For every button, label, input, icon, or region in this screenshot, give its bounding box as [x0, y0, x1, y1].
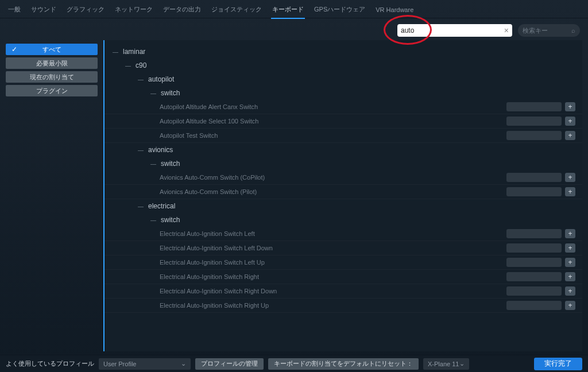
tab-8[interactable]: VR Hardware [374, 4, 415, 18]
sidebar-item-2[interactable]: 現在の割り当て [6, 71, 98, 83]
add-binding-button[interactable]: + [565, 131, 575, 140]
command-label: Electrical Auto-Ignition Switch Left Up [160, 259, 265, 266]
command-row: Avionics Auto-Comm Switch (CoPilot)+ [105, 170, 582, 185]
command-row: Autopilot Altitude Select 100 Switch+ [105, 114, 582, 129]
command-row: Electrical Auto-Ignition Switch Right Up… [105, 299, 582, 313]
reset-target-select[interactable]: X-Plane 11 ⌄ [423, 358, 469, 370]
collapse-icon: — [150, 90, 156, 96]
tree-group-electrical[interactable]: —electrical [105, 202, 582, 210]
command-row: Avionics Auto-Comm Switch (Pilot)+ [105, 185, 582, 199]
tab-1[interactable]: サウンド [30, 3, 57, 18]
add-binding-button[interactable]: + [565, 117, 575, 126]
binding-slot[interactable] [506, 258, 562, 267]
reset-target-value: X-Plane 11 [428, 361, 459, 367]
branch-label: switch [161, 160, 180, 168]
tree-sub-avionics[interactable]: —switch [105, 160, 582, 168]
command-tree-panel: —laminar—c90—autopilot—switchAutopilot A… [103, 40, 582, 351]
tab-2[interactable]: グラフィック [65, 3, 106, 18]
branch-label: autopilot [148, 75, 174, 83]
sidebar-item-label: すべて [42, 45, 61, 54]
add-binding-button[interactable]: + [565, 301, 575, 310]
command-label: Electrical Auto-Ignition Switch Right Do… [160, 288, 277, 294]
branch-label: switch [161, 216, 180, 224]
command-row: Electrical Auto-Ignition Switch Left+ [105, 227, 582, 241]
binding-slot[interactable] [506, 173, 562, 182]
add-binding-button[interactable]: + [565, 229, 575, 238]
binding-slot[interactable] [506, 286, 562, 296]
clear-search-icon[interactable]: × [504, 26, 509, 35]
branch-label: avionics [148, 146, 173, 154]
profile-select[interactable]: User Profile ⌄ [99, 358, 191, 370]
chevron-down-icon: ⌄ [459, 360, 465, 367]
binding-slot[interactable] [506, 272, 562, 281]
add-binding-button[interactable]: + [565, 258, 575, 267]
branch-label: laminar [123, 48, 145, 56]
command-row: Autopilot Altitude Alert Canx Switch+ [105, 100, 582, 114]
collapse-icon: — [113, 49, 118, 55]
add-binding-button[interactable]: + [565, 187, 575, 196]
command-label: Avionics Auto-Comm Switch (Pilot) [160, 188, 257, 195]
tree-sub-autopilot[interactable]: —switch [105, 89, 582, 97]
tab-7[interactable]: GPSハードウェア [313, 3, 366, 18]
tree-child[interactable]: —c90 [105, 61, 582, 69]
add-binding-button[interactable]: + [565, 102, 575, 111]
command-tree[interactable]: —laminar—c90—autopilot—switchAutopilot A… [105, 40, 582, 351]
tab-0[interactable]: 一般 [7, 3, 22, 18]
sidebar-item-label: 必要最小限 [36, 59, 68, 68]
manage-profile-button[interactable]: プロフィールの管理 [195, 358, 264, 370]
command-label: Electrical Auto-Ignition Switch Right [160, 273, 259, 280]
collapse-icon: — [138, 147, 144, 153]
sidebar-item-label: 現在の割り当て [30, 73, 74, 82]
command-label: Electrical Auto-Ignition Switch Right Up [160, 302, 269, 309]
command-label: Autopilot Test Switch [160, 132, 218, 139]
profile-select-value: User Profile [103, 361, 136, 367]
check-icon: ✓ [11, 45, 17, 53]
branch-label: electrical [148, 202, 175, 210]
footer-bar: よく使用しているプロフィール User Profile ⌄ プロフィールの管理 … [0, 355, 588, 372]
command-label: Autopilot Altitude Alert Canx Switch [160, 103, 258, 110]
tree-group-avionics[interactable]: —avionics [105, 146, 582, 154]
tab-5[interactable]: ジョイスティック [210, 3, 263, 18]
command-label: Avionics Auto-Comm Switch (CoPilot) [160, 174, 265, 181]
search-row: × 検索キー ⌕ [0, 18, 588, 40]
collapse-icon: — [125, 63, 131, 69]
binding-slot[interactable] [506, 117, 562, 126]
binding-slot[interactable] [506, 187, 562, 196]
key-search-placeholder: 検索キー [523, 26, 548, 35]
binding-slot[interactable] [506, 301, 562, 310]
key-search-box[interactable]: 検索キー ⌕ [518, 24, 580, 37]
command-row: Autopilot Test Switch+ [105, 129, 582, 143]
command-row: Electrical Auto-Ignition Switch Left Dow… [105, 241, 582, 255]
binding-slot[interactable] [506, 229, 562, 238]
tab-3[interactable]: ネットワーク [114, 3, 154, 18]
tab-4[interactable]: データの出力 [162, 3, 202, 18]
tree-group-autopilot[interactable]: —autopilot [105, 75, 582, 83]
command-row: Electrical Auto-Ignition Switch Left Up+ [105, 255, 582, 270]
binding-slot[interactable] [506, 131, 562, 140]
add-binding-button[interactable]: + [565, 173, 575, 182]
filter-sidebar: ✓すべて必要最小限現在の割り当てプラグイン [6, 40, 98, 351]
binding-slot[interactable] [506, 102, 562, 111]
search-icon: ⌕ [571, 27, 575, 34]
command-search-input[interactable] [401, 26, 504, 34]
top-tabbar: 一般サウンドグラフィックネットワークデータの出力ジョイスティックキーボードGPS… [0, 0, 588, 18]
sidebar-item-1[interactable]: 必要最小限 [6, 57, 98, 69]
command-row: Electrical Auto-Ignition Switch Right+ [105, 270, 582, 284]
done-button[interactable]: 実行完了 [534, 358, 582, 370]
command-label: Electrical Auto-Ignition Switch Left [160, 230, 255, 237]
command-row: Electrical Auto-Ignition Switch Right Do… [105, 284, 582, 299]
sidebar-item-3[interactable]: プラグイン [6, 85, 98, 96]
sidebar-item-label: プラグイン [36, 87, 68, 95]
add-binding-button[interactable]: + [565, 243, 575, 253]
tree-sub-electrical[interactable]: —switch [105, 216, 582, 224]
command-label: Autopilot Altitude Select 100 Switch [160, 118, 258, 125]
sidebar-item-0[interactable]: ✓すべて [6, 44, 98, 55]
tab-6[interactable]: キーボード [271, 3, 305, 18]
add-binding-button[interactable]: + [565, 286, 575, 296]
binding-slot[interactable] [506, 243, 562, 253]
branch-label: c90 [136, 61, 146, 69]
add-binding-button[interactable]: + [565, 272, 575, 281]
command-search-box[interactable]: × [397, 24, 512, 37]
tree-root[interactable]: —laminar [105, 48, 582, 56]
reset-label: キーボードの割り当てをデフォルトにリセット： [268, 358, 419, 370]
